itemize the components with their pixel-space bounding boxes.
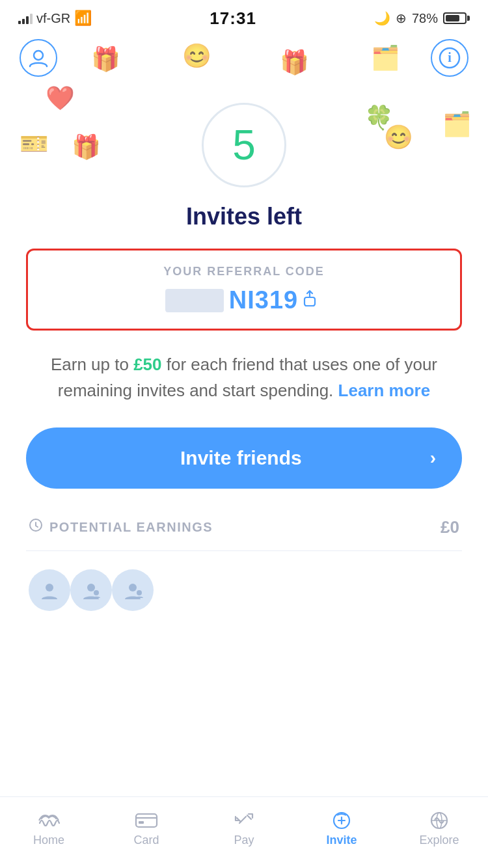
share-icon[interactable]	[303, 288, 323, 312]
top-nav: 🎁 😊 🎁 🗂️ ❤️ 🍀 🗂️ 🎫 🎁 😊 i	[0, 33, 488, 83]
svg-text:i: i	[448, 50, 452, 64]
network-icon: ⊕	[396, 10, 407, 26]
tab-home[interactable]: Home	[16, 811, 81, 847]
referral-code-label: YOUR REFERRAL CODE	[47, 265, 441, 278]
referral-code-box: YOUR REFERRAL CODE NI319	[26, 249, 462, 331]
friends-avatars-row	[26, 569, 462, 611]
description-part1: Earn up to	[51, 355, 133, 374]
time-display: 17:31	[210, 8, 256, 29]
svg-point-8	[129, 584, 137, 591]
tab-home-label: Home	[33, 834, 64, 847]
referral-code-text: NI319	[229, 286, 298, 314]
invite-btn-arrow-icon: ›	[430, 448, 436, 468]
svg-point-0	[34, 51, 43, 60]
invite-friends-button[interactable]: Invite friends ›	[26, 427, 462, 489]
svg-point-5	[46, 584, 53, 591]
learn-more-link[interactable]: Learn more	[338, 381, 431, 400]
potential-earnings-label: POTENTIAL EARNINGS	[49, 520, 213, 535]
status-left: vf-GR 📶	[18, 10, 92, 27]
info-button[interactable]: i	[431, 39, 468, 77]
tab-invite-label: Invite	[326, 834, 357, 847]
invites-circle: 5	[202, 103, 286, 187]
tab-card[interactable]: Card	[114, 811, 179, 847]
tab-card-label: Card	[133, 834, 159, 847]
profile-button[interactable]	[20, 39, 57, 77]
carrier-label: vf-GR	[36, 11, 70, 26]
moon-icon: 🌙	[374, 10, 390, 26]
friend-avatar-2	[70, 569, 112, 611]
status-right: 🌙 ⊕ 78%	[374, 10, 470, 26]
invite-btn-label: Invite friends	[52, 447, 430, 469]
invites-left-label: Invites left	[186, 203, 302, 230]
description-text: Earn up to £50 for each friend that uses…	[26, 351, 462, 404]
battery-icon	[443, 12, 470, 24]
potential-earnings-left: POTENTIAL EARNINGS	[29, 518, 213, 536]
tab-explore-label: Explore	[419, 834, 459, 847]
svg-rect-10	[136, 814, 157, 827]
battery-percent: 78%	[412, 11, 438, 26]
friend-avatar-1	[29, 569, 70, 611]
tab-explore[interactable]: Explore	[407, 811, 472, 847]
tab-pay[interactable]: Pay	[211, 811, 277, 847]
earn-amount: £50	[133, 355, 161, 374]
svg-rect-3	[305, 297, 315, 306]
signal-icon	[18, 12, 33, 24]
svg-point-9	[137, 590, 142, 595]
invites-count: 5	[232, 124, 256, 166]
main-content: 5 Invites left YOUR REFERRAL CODE NI319 …	[0, 83, 488, 611]
referral-blur-placeholder	[165, 289, 224, 312]
status-bar: vf-GR 📶 17:31 🌙 ⊕ 78%	[0, 0, 488, 33]
tab-pay-label: Pay	[234, 834, 254, 847]
tab-invite[interactable]: Invite	[309, 811, 374, 847]
svg-rect-11	[139, 821, 144, 824]
tab-bar: Home Card Pay Invite	[0, 796, 488, 868]
referral-code-row: NI319	[47, 286, 441, 314]
clock-icon	[29, 518, 43, 536]
svg-point-6	[87, 584, 95, 591]
friend-avatar-3	[112, 569, 154, 611]
potential-earnings-row: POTENTIAL EARNINGS £0	[26, 517, 462, 551]
earnings-amount: £0	[441, 517, 459, 537]
wifi-icon: 📶	[74, 10, 92, 27]
svg-point-7	[94, 590, 99, 595]
